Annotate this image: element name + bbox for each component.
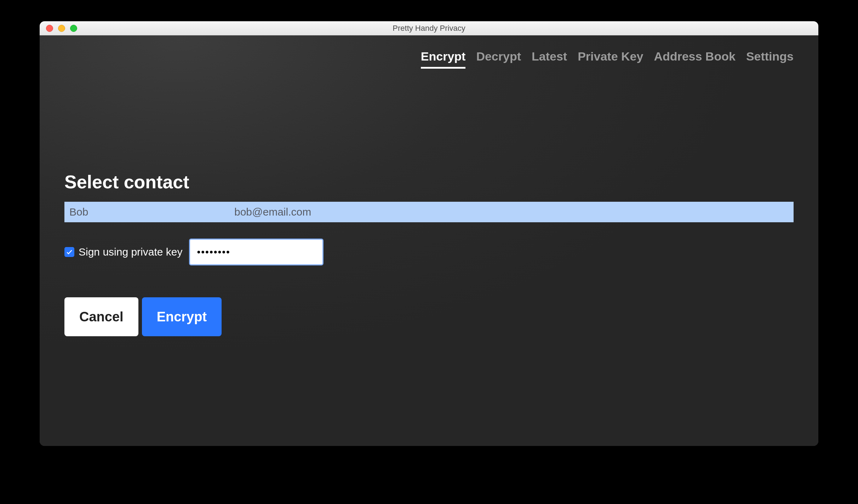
tab-bar: Encrypt Decrypt Latest Private Key Addre… xyxy=(40,35,818,69)
window-title: Pretty Handy Privacy xyxy=(40,24,818,33)
close-icon[interactable] xyxy=(46,25,53,32)
app-window: Pretty Handy Privacy Encrypt Decrypt Lat… xyxy=(40,21,818,446)
page-heading: Select contact xyxy=(64,171,794,193)
password-input[interactable] xyxy=(189,239,324,265)
contact-row[interactable]: Bob bob@email.com xyxy=(64,202,794,222)
tab-settings[interactable]: Settings xyxy=(746,50,794,69)
contact-email: bob@email.com xyxy=(234,206,794,218)
content-area: Encrypt Decrypt Latest Private Key Addre… xyxy=(40,35,818,446)
tab-address-book[interactable]: Address Book xyxy=(654,50,736,69)
main-panel: Select contact Bob bob@email.com Sign us… xyxy=(40,69,818,336)
minimize-icon[interactable] xyxy=(58,25,65,32)
sign-label: Sign using private key xyxy=(79,246,183,258)
encrypt-button[interactable]: Encrypt xyxy=(142,297,222,336)
contact-name: Bob xyxy=(64,206,234,218)
titlebar: Pretty Handy Privacy xyxy=(40,21,818,35)
tab-private-key[interactable]: Private Key xyxy=(578,50,643,69)
sign-row: Sign using private key xyxy=(64,239,794,265)
tab-latest[interactable]: Latest xyxy=(532,50,567,69)
zoom-icon[interactable] xyxy=(70,25,77,32)
sign-checkbox[interactable] xyxy=(64,247,74,257)
tab-decrypt[interactable]: Decrypt xyxy=(476,50,521,69)
cancel-button[interactable]: Cancel xyxy=(64,297,138,336)
check-icon xyxy=(66,248,73,256)
tab-encrypt[interactable]: Encrypt xyxy=(421,50,466,69)
traffic-lights xyxy=(46,25,77,32)
contact-list: Bob bob@email.com xyxy=(64,202,794,222)
button-row: Cancel Encrypt xyxy=(64,297,794,336)
